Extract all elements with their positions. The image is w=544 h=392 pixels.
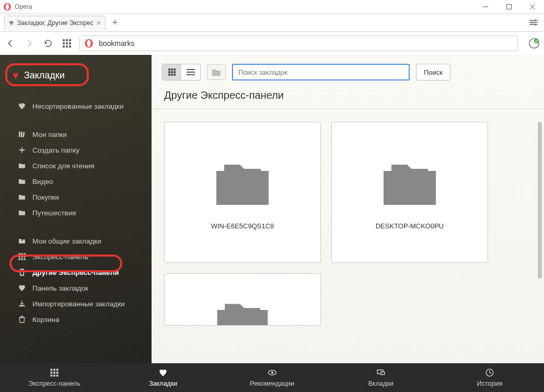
address-bar[interactable]: bookmarks [79, 36, 518, 51]
sidebar-item[interactable]: Покупки [0, 189, 152, 205]
scrollbar[interactable] [538, 122, 542, 279]
svg-point-11 [534, 24, 536, 26]
svg-rect-45 [171, 68, 173, 71]
speeddial-nav-icon[interactable] [61, 37, 73, 50]
reload-button[interactable] [42, 37, 54, 50]
sidebar-item-label: Мои папки [32, 131, 67, 139]
list-view-button[interactable] [181, 64, 200, 80]
main-panel: Поиск Другие Экспресс-панели WIN-E6E5C9Q… [152, 55, 544, 363]
sidebar-item-label: Создать папку [32, 146, 79, 154]
sidebar-item[interactable]: Путешествия [0, 205, 152, 221]
monitor-icon [376, 368, 386, 379]
svg-point-40 [21, 274, 22, 274]
sidebar-item[interactable]: Импортированные закладки [0, 296, 152, 312]
sidebar-item[interactable]: Панель закладок [0, 280, 152, 296]
folder-card[interactable]: WIN-E6E5C9QS1C8 [164, 122, 321, 263]
device-icon [18, 268, 26, 276]
close-tab-icon[interactable]: × [97, 19, 101, 27]
bottom-nav-item[interactable]: История [435, 363, 544, 392]
sidebar-item-label: Покупки [32, 193, 59, 201]
svg-rect-3 [506, 5, 511, 9]
opera-logo-icon [3, 3, 11, 11]
sidebar-item-label: Несортированные закладки [32, 102, 124, 110]
svg-rect-14 [69, 39, 71, 41]
search-input[interactable] [232, 64, 410, 80]
easy-setup-icon[interactable] [529, 18, 538, 28]
bottom-nav-item[interactable]: Рекомендации [217, 363, 326, 392]
svg-rect-43 [21, 316, 23, 317]
bottom-nav-item[interactable]: Закладки [109, 363, 217, 392]
sidebar-item[interactable]: Несортированные закладки [0, 98, 152, 114]
svg-rect-44 [168, 68, 170, 71]
bookmarks-sidebar: ♥ Закладки Несортированные закладки Мои … [0, 55, 152, 363]
sidebar-item[interactable]: Другие Экспресс-панели [0, 264, 152, 280]
heart-icon [18, 284, 26, 292]
new-folder-button[interactable] [207, 64, 226, 80]
svg-line-71 [490, 373, 491, 374]
heart-icon [158, 368, 168, 379]
svg-rect-32 [24, 253, 25, 255]
sidebar-item-label: Панель закладок [32, 284, 88, 292]
svg-rect-30 [18, 253, 20, 255]
svg-rect-62 [51, 375, 53, 377]
svg-point-22 [87, 40, 91, 47]
sidebar-item-label: Другие Экспресс-панели [32, 269, 119, 276]
sidebar-title: Закладки [24, 70, 65, 81]
close-button[interactable] [520, 0, 544, 14]
bottom-nav-label: История [477, 380, 502, 387]
search-button[interactable]: Поиск [416, 64, 450, 80]
svg-rect-58 [56, 369, 59, 371]
bottom-nav-item[interactable]: Экспресс-панель [0, 363, 109, 392]
svg-rect-51 [171, 74, 173, 76]
clock-icon [484, 368, 495, 379]
speeddial-icon [18, 252, 26, 261]
svg-rect-41 [19, 305, 25, 307]
import-icon [18, 299, 26, 308]
sidebar-item[interactable]: Экспресс-панель [0, 249, 152, 264]
browser-tab[interactable]: ♥ Закладки: Другие Экспрес × [4, 16, 106, 30]
tab-strip: ♥ Закладки: Другие Экспрес × + [0, 14, 544, 32]
sidebar-header: ♥ Закладки [0, 65, 152, 86]
share-icon [18, 237, 26, 245]
vpn-shield-icon[interactable] [528, 38, 540, 49]
svg-rect-56 [51, 369, 53, 371]
svg-rect-34 [21, 256, 22, 257]
books-icon [18, 130, 26, 139]
folder-card[interactable] [164, 273, 321, 326]
sidebar-item[interactable]: Создать папку [0, 142, 152, 158]
sidebar-item[interactable]: Корзина [0, 312, 152, 327]
bottom-nav-label: Закладки [149, 380, 177, 387]
sidebar-item[interactable]: Мои общие закладки [0, 233, 152, 249]
grid-view-button[interactable] [163, 64, 181, 80]
sidebar-item-label: Видео [32, 178, 53, 186]
window-titlebar: Opera [0, 0, 544, 14]
svg-rect-18 [63, 45, 65, 48]
minimize-button[interactable] [473, 0, 497, 14]
forward-button[interactable] [23, 37, 36, 50]
speeddial-icon [49, 368, 60, 379]
bottom-nav-item[interactable]: Вкладки [327, 363, 435, 392]
svg-rect-47 [168, 71, 170, 73]
navigation-toolbar: bookmarks [0, 32, 544, 55]
sidebar-item[interactable]: Мои папки [0, 126, 152, 142]
svg-point-9 [534, 19, 536, 21]
svg-rect-19 [66, 45, 68, 48]
svg-rect-48 [171, 71, 173, 73]
sidebar-item[interactable]: Список для чтения [0, 158, 152, 174]
bottom-nav-label: Рекомендации [250, 380, 294, 387]
back-button[interactable] [4, 37, 17, 50]
sidebar-item[interactable]: Видео [0, 174, 152, 189]
sidebar-item-label: Импортированные закладки [32, 300, 125, 308]
folder-card[interactable]: DESKTOP-MCKO0PU [331, 122, 488, 263]
sidebar-item-label: Мои общие закладки [32, 237, 101, 245]
svg-rect-64 [56, 375, 59, 377]
svg-rect-59 [51, 372, 53, 374]
address-text: bookmarks [99, 39, 513, 48]
maximize-button[interactable] [497, 0, 520, 14]
new-tab-button[interactable]: + [108, 16, 122, 30]
window-title: Opera [15, 3, 473, 10]
sidebar-item-label: Экспресс-панель [32, 253, 88, 261]
trash-icon [18, 315, 26, 324]
svg-rect-33 [18, 256, 20, 257]
heart-icon: ♥ [9, 18, 14, 28]
